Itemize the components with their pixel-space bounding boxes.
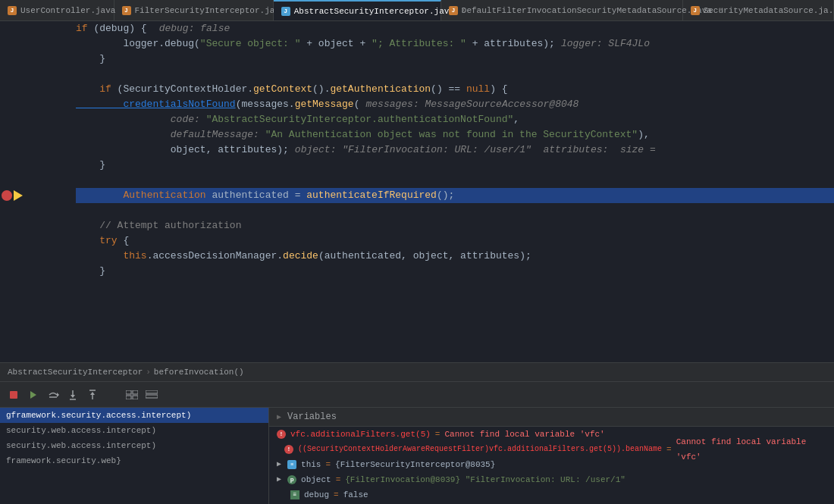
editor-area: if (debug) { debug: false logger.debug("… [0, 21, 834, 362]
gutter-5 [0, 82, 68, 97]
var-error-icon-1: ! [284, 445, 293, 454]
gutter-3 [0, 52, 68, 67]
tab-filtersecurity[interactable]: J FilterSecurityInterceptor.java × [114, 0, 274, 20]
debug-layout-btn[interactable] [144, 387, 159, 402]
code-line-14: // Attempt authorization [76, 218, 834, 233]
gutter-13 [0, 203, 68, 218]
code-line-16: this.accessDecisionManager.decide(authen… [76, 249, 834, 264]
gutter-14 [0, 218, 68, 233]
tab-usercontroller[interactable]: J UserController.java × [0, 0, 114, 20]
gutter-15 [0, 233, 68, 249]
code-container: if (debug) { debug: false logger.debug("… [0, 21, 834, 362]
code-line-12-highlighted: Authentication authenticated = authentic… [76, 188, 834, 203]
gutter-4 [0, 67, 68, 82]
breadcrumb-bar: AbstractSecurityInterceptor › beforeInvo… [0, 362, 834, 381]
code-line-17: } [76, 264, 834, 279]
var-item-4: ≡ debug = false [269, 487, 834, 502]
stack-item-0[interactable]: gframework.security.access.intercept) [0, 408, 268, 423]
tab-label-abstractsecurity: AbstractSecurityInterceptor.java [294, 7, 454, 16]
debug-step-into-btn[interactable] [65, 387, 80, 402]
gutter-9 [0, 142, 68, 158]
variables-header-arrow: ▶ [277, 412, 281, 421]
code-line-4 [76, 67, 834, 82]
var-type-icon-2: ≡ [287, 460, 296, 469]
var-value-0: Cannot find local variable 'vfc' [444, 427, 604, 442]
stack-item-label-2: security.web.access.intercept) [6, 441, 156, 450]
debug-toolbar [0, 381, 834, 408]
code-line-10: } [76, 158, 834, 173]
var-name-4: debug [304, 487, 329, 502]
svg-marker-8 [90, 392, 95, 395]
gutter-12-bp [0, 188, 68, 203]
var-name-3: object [301, 472, 331, 487]
code-line-3: } [76, 52, 834, 67]
svg-rect-12 [133, 390, 138, 394]
svg-rect-13 [133, 396, 138, 399]
gutter-16 [0, 249, 68, 264]
code-lines: if (debug) { debug: false logger.debug("… [68, 21, 834, 362]
tab-label-filtersecurity: FilterSecurityInterceptor.java [135, 6, 285, 15]
tab-defaultfilter[interactable]: J DefaultFilterInvocationSecurityMetadat… [441, 0, 683, 20]
var-equals-3: = [336, 472, 341, 487]
debug-resume-btn[interactable] [26, 387, 41, 402]
debug-arrow-icon [14, 190, 23, 201]
var-value-1: Cannot find local variable 'vfc' [676, 434, 826, 465]
tab-icon-filtersecurity: J [122, 6, 131, 15]
svg-rect-0 [10, 391, 17, 399]
code-line-11 [76, 173, 834, 188]
expand-arrow-2[interactable]: ▶ [277, 457, 281, 472]
debug-step-over-btn[interactable] [45, 387, 61, 402]
tab-icon-securitymetadata: J [691, 6, 700, 15]
var-name-2: this [301, 457, 321, 472]
svg-marker-1 [30, 391, 36, 399]
svg-marker-2 [57, 393, 59, 397]
tab-label-defaultfilter: DefaultFilterInvocationSecurityMetadataS… [462, 6, 712, 15]
tab-label-usercontroller: UserController.java [20, 6, 115, 15]
stack-item-3[interactable]: framework.security.web} [0, 453, 268, 468]
debug-step-out-btn[interactable] [85, 387, 100, 402]
gutter-8 [0, 127, 68, 142]
var-equals-1: = [666, 442, 672, 457]
var-name-1: ((SecurityContextHolderAwareRequestFilte… [298, 442, 662, 457]
code-line-7: code: "AbstractSecurityInterceptor.authe… [76, 112, 834, 127]
code-line-1: if (debug) { debug: false [76, 21, 834, 36]
tab-bar: J UserController.java × J FilterSecurity… [0, 0, 834, 21]
stack-item-1[interactable]: security.web.access.intercept) [0, 423, 268, 438]
expand-arrow-3[interactable]: ▶ [277, 472, 281, 487]
stack-item-label-0: gframework.security.access.intercept) [6, 411, 191, 420]
gutter-2 [0, 36, 68, 52]
variables-header-label: Variables [287, 412, 337, 422]
breadcrumb-method: beforeInvocation() [154, 368, 244, 377]
gutter-17 [0, 264, 68, 279]
svg-rect-11 [126, 396, 131, 399]
stack-item-2[interactable]: security.web.access.intercept) [0, 438, 268, 453]
var-list-icon-4: ≡ [290, 490, 299, 499]
svg-rect-15 [146, 395, 158, 398]
gutter-6 [0, 97, 68, 112]
code-line-5: if (SecurityContextHolder.getContext().g… [76, 82, 834, 97]
var-equals-4: = [334, 487, 339, 502]
debug-stop-btn[interactable] [6, 387, 21, 402]
gutter-7 [0, 112, 68, 127]
svg-rect-10 [126, 390, 131, 394]
tab-icon-defaultfilter: J [449, 6, 458, 15]
svg-marker-5 [71, 395, 75, 398]
code-line-15: try { [76, 233, 834, 249]
var-equals-0: = [435, 427, 441, 442]
tab-securitymetadata[interactable]: J SecurityMetadataSource.ja... × [683, 0, 834, 20]
variables-panel: ▶ Variables ! vfc.additionalFilters.get(… [269, 408, 834, 504]
gutter-10 [0, 158, 68, 173]
code-line-2: logger.debug("Secure object: " + object … [76, 36, 834, 52]
var-name-0: vfc.additionalFilters.get(5) [290, 427, 431, 442]
debug-frames-btn[interactable] [124, 387, 140, 402]
var-equals-2: = [325, 457, 331, 472]
code-line-13 [76, 203, 834, 218]
var-item-1: ! ((SecurityContextHolderAwareRequestFil… [269, 442, 834, 457]
tab-icon-usercontroller: J [8, 6, 17, 15]
var-value-3: {FilterInvocation@8039} "FilterInvocatio… [345, 472, 626, 487]
tab-abstractsecurity[interactable]: J AbstractSecurityInterceptor.java × [274, 0, 441, 20]
gutter-11 [0, 173, 68, 188]
stack-item-label-3: framework.security.web} [6, 456, 121, 465]
var-value-4: false [343, 487, 368, 502]
var-item-3: ▶ p object = {FilterInvocation@8039} "Fi… [269, 472, 834, 487]
